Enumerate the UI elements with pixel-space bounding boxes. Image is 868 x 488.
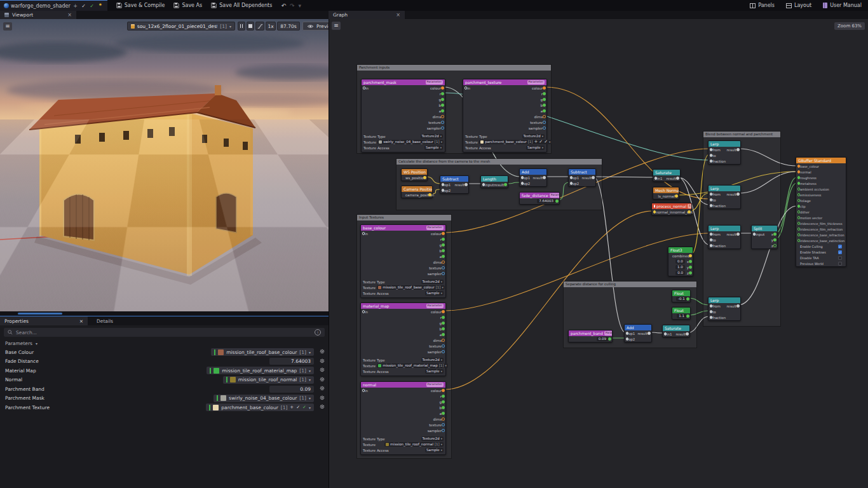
- port-g[interactable]: [773, 233, 776, 236]
- port-w[interactable]: [664, 332, 667, 336]
- port-w[interactable]: [363, 86, 366, 90]
- user-manual-button[interactable]: User Manual: [823, 3, 862, 8]
- port-o[interactable]: [441, 115, 444, 118]
- port-o[interactable]: [442, 417, 445, 421]
- node-mesh-normal[interactable]: Mesh Normalls_normal: [653, 187, 679, 200]
- panels-button[interactable]: Panels: [750, 3, 775, 8]
- check-green-icon[interactable]: ✓: [89, 3, 95, 9]
- node-ws-position[interactable]: WS Positionws_position: [401, 168, 428, 181]
- port-w[interactable]: [710, 244, 713, 247]
- node-split[interactable]: Splitinputxyz: [751, 225, 778, 249]
- port-w[interactable]: [654, 177, 658, 180]
- value-field[interactable]: 0.09: [597, 337, 608, 341]
- gear-icon[interactable]: [320, 358, 325, 365]
- port-g[interactable]: [442, 322, 445, 325]
- port-g[interactable]: [686, 315, 689, 318]
- field-dropdown[interactable]: Texture2d▾: [522, 134, 545, 139]
- port-w[interactable]: [710, 154, 713, 157]
- port-g[interactable]: [797, 216, 801, 219]
- node-float-neg[interactable]: Float-0.1: [672, 290, 691, 302]
- port-g[interactable]: [797, 187, 801, 191]
- parameter-value[interactable]: parchment_base_colour[1]+✓✓▾: [206, 403, 325, 411]
- port-o[interactable]: [442, 339, 445, 342]
- port-w[interactable]: [648, 332, 651, 335]
- tab-properties[interactable]: Properties ×: [0, 316, 88, 325]
- port-w[interactable]: [362, 232, 365, 235]
- number-field[interactable]: 7.64003: [269, 358, 314, 365]
- field-dropdown[interactable]: Texture2d▾: [421, 437, 444, 441]
- port-g[interactable]: [442, 238, 445, 241]
- field-dropdown[interactable]: parchment_base_colour[1]+✓✓▾: [479, 140, 552, 144]
- port-g[interactable]: [797, 233, 801, 236]
- port-g[interactable]: [689, 260, 692, 263]
- texture-dropdown[interactable]: mission_tile_roof_base_colour[1]▾: [211, 348, 314, 356]
- port-w[interactable]: [753, 233, 756, 236]
- port-g[interactable]: [797, 176, 801, 179]
- value-field[interactable]: 1.0: [675, 265, 685, 269]
- checkbox[interactable]: ✓: [838, 245, 842, 248]
- port-w[interactable]: [543, 176, 546, 179]
- port-w[interactable]: [736, 304, 740, 308]
- port-g[interactable]: [686, 297, 689, 301]
- port-g[interactable]: [442, 316, 445, 319]
- port-o[interactable]: [442, 261, 445, 264]
- port-g[interactable]: [797, 222, 801, 225]
- field-dropdown[interactable]: Sample▾: [425, 369, 444, 374]
- parameter-value[interactable]: 7.64003: [269, 358, 325, 365]
- port-w[interactable]: [482, 183, 485, 186]
- port-b[interactable]: [543, 126, 546, 130]
- field-dropdown[interactable]: Sample▾: [425, 291, 444, 295]
- field-extra-icon[interactable]: ✓: [539, 140, 543, 144]
- port-g[interactable]: [773, 238, 776, 241]
- info-icon[interactable]: i: [315, 329, 321, 336]
- port-w[interactable]: [736, 233, 740, 236]
- port-w[interactable]: [710, 304, 713, 308]
- port-w[interactable]: [710, 310, 713, 313]
- field-dropdown[interactable]: swirly_noise_04_base_colour[1]▾: [377, 140, 444, 144]
- value-field[interactable]: 0.0: [675, 259, 685, 264]
- field-dropdown[interactable]: mission_tile_roof_base_colour[1]▾: [377, 285, 445, 290]
- port-g[interactable]: [797, 210, 801, 214]
- port-w[interactable]: [710, 316, 713, 319]
- playback-speed[interactable]: 1x: [266, 22, 276, 30]
- field-dropdown[interactable]: mission_tile_roof_material_map[1]▾: [377, 363, 448, 368]
- field-dropdown[interactable]: Sample▾: [425, 448, 444, 452]
- number-field[interactable]: 0.09: [269, 386, 314, 393]
- port-w[interactable]: [592, 176, 595, 179]
- node-fade-distance[interactable]: fade_distanceParameter7.64003: [519, 192, 560, 205]
- port-y[interactable]: [675, 194, 678, 198]
- node-parchment-texture[interactable]: parchment_textureParameterincolourrgbadi…: [463, 79, 547, 152]
- port-g[interactable]: [689, 271, 692, 274]
- port-b[interactable]: [442, 272, 445, 275]
- add-icon[interactable]: +: [290, 405, 294, 410]
- parameter-value[interactable]: mission_tile_roof_base_colour[1]▾: [211, 348, 325, 356]
- port-o[interactable]: [543, 86, 546, 90]
- port-o[interactable]: [797, 170, 801, 173]
- port-g[interactable]: [442, 395, 445, 398]
- viewport-menu-icon[interactable]: ≡: [3, 22, 12, 30]
- close-icon[interactable]: ×: [79, 318, 83, 324]
- field-extra-icon[interactable]: ✓: [544, 140, 548, 144]
- port-y[interactable]: [428, 193, 431, 196]
- port-w[interactable]: [521, 176, 524, 179]
- node-gbuffer-standard[interactable]: GBuffer Standardbase_colournormalroughne…: [796, 157, 846, 267]
- star-icon[interactable]: *: [97, 3, 104, 9]
- field-dropdown[interactable]: Sample▾: [424, 146, 443, 150]
- port-g[interactable]: [442, 400, 445, 403]
- port-g[interactable]: [441, 92, 444, 95]
- port-y[interactable]: [653, 210, 656, 214]
- checkbox[interactable]: [838, 262, 842, 266]
- add-icon[interactable]: +: [72, 3, 79, 9]
- port-g[interactable]: [797, 193, 801, 196]
- port-o[interactable]: [797, 165, 801, 168]
- port-w[interactable]: [570, 182, 573, 185]
- node-lerp-3[interactable]: Lerpfromresulttofraction: [708, 225, 741, 249]
- history-caret-icon[interactable]: ▾: [299, 3, 302, 9]
- tab-viewport[interactable]: Viewport ×: [0, 11, 76, 19]
- playback-curve-button[interactable]: [255, 22, 264, 30]
- port-g[interactable]: [441, 109, 444, 112]
- node-subtract-2[interactable]: Subtractop1resultop2: [568, 168, 596, 187]
- field-dropdown[interactable]: Sample▾: [526, 146, 545, 150]
- port-g[interactable]: [608, 337, 611, 341]
- undo-icon[interactable]: ↶: [281, 3, 286, 9]
